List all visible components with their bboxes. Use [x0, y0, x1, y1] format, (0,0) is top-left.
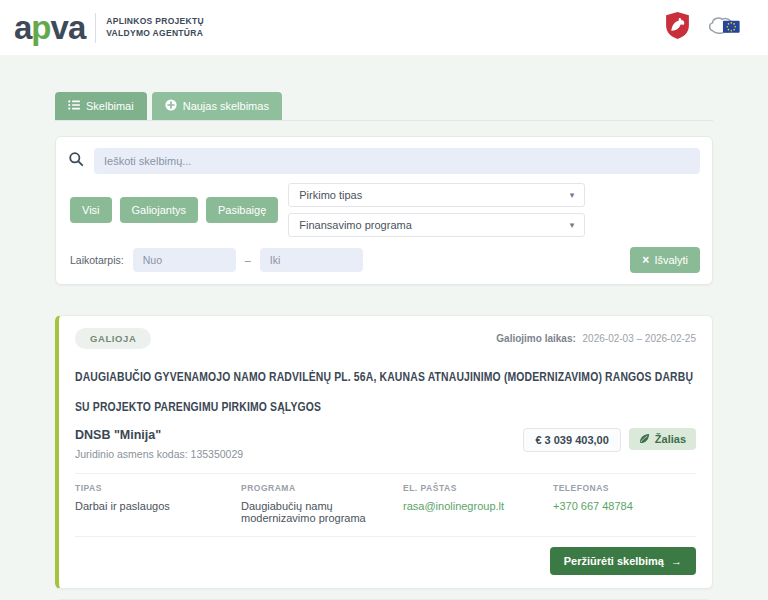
logo-letter: va: [51, 9, 86, 46]
period-label: Laikotarpis:: [70, 254, 124, 266]
date-to-input[interactable]: [260, 248, 363, 272]
field-value: Daugiabučių namų modernizavimo programa: [241, 500, 403, 524]
organization-code-value: 135350029: [191, 448, 244, 460]
app-header: apva APLINKOS PROJEKTŲ VALDYMO AGENTŪRA: [0, 0, 768, 55]
validity-dates: 2026-02-03 – 2026-02-25: [583, 333, 696, 344]
view-announcement-label: Peržiūrėti skelbimą: [564, 555, 664, 567]
list-icon: [68, 100, 80, 112]
validity-label: Galiojimo laikas:: [496, 333, 575, 344]
field-label: PROGRAMA: [241, 483, 403, 493]
organization-code: Juridinio asmens kodas: 135350029: [75, 448, 243, 460]
field-programa: PROGRAMA Daugiabučių namų modernizavimo …: [241, 483, 403, 524]
tagline-line2: VALDYMO AGENTŪRA: [106, 28, 204, 39]
organization-name: DNSB "Minija": [75, 428, 243, 442]
agency-tagline: APLINKOS PROJEKTŲ VALDYMO AGENTŪRA: [106, 16, 204, 38]
field-label: TIPAS: [75, 483, 241, 493]
organization-block: DNSB "Minija" Juridinio asmens kodas: 13…: [75, 428, 243, 460]
field-telefonas: TELEFONAS +370 667 48784: [553, 483, 696, 524]
tab-skelbimai[interactable]: Skelbimai: [55, 92, 147, 120]
leaf-icon: [639, 433, 650, 444]
search-input[interactable]: [94, 148, 700, 174]
clear-filters-label: Išvalyti: [654, 254, 688, 266]
chevron-down-icon: ▾: [570, 220, 575, 230]
eu-funding-icon: [706, 13, 742, 42]
green-badge-label: Žalias: [655, 433, 686, 445]
apva-wordmark: apva: [14, 11, 85, 44]
phone-link[interactable]: +370 667 48784: [553, 500, 696, 512]
filters-panel: Visi Galiojantys Pasibaigę Pirkimo tipas…: [55, 136, 713, 285]
funding-program-label: Finansavimo programa: [299, 219, 412, 231]
close-icon: ×: [642, 254, 649, 266]
logo-divider: [95, 13, 96, 43]
apva-logo[interactable]: apva APLINKOS PROJEKTŲ VALDYMO AGENTŪRA: [14, 11, 204, 44]
filter-active-button[interactable]: Galiojantys: [120, 197, 198, 223]
tab-naujas-skelbimas-label: Naujas skelbimas: [183, 100, 269, 112]
green-badge[interactable]: Žalias: [629, 428, 696, 450]
field-tipas: TIPAS Darbai ir paslaugos: [75, 483, 241, 524]
clear-filters-button[interactable]: × Išvalyti: [630, 247, 700, 273]
view-announcement-button[interactable]: Peržiūrėti skelbimą →: [550, 547, 696, 575]
field-label: TELEFONAS: [553, 483, 696, 493]
email-link[interactable]: rasa@inolinegroup.lt: [403, 500, 553, 512]
tagline-line1: APLINKOS PROJEKTŲ: [106, 16, 204, 27]
purchase-type-select[interactable]: Pirkimo tipas ▾: [288, 183, 585, 207]
lithuania-coat-of-arms-icon: [665, 11, 690, 44]
date-from-input[interactable]: [133, 248, 236, 272]
filter-all-button[interactable]: Visi: [70, 197, 112, 223]
tab-skelbimai-label: Skelbimai: [86, 100, 134, 112]
status-badge: GALIOJA: [75, 328, 151, 349]
plus-circle-icon: [165, 99, 177, 113]
divider: [75, 473, 696, 474]
field-label: EL. PAŠTAS: [403, 483, 553, 493]
tab-naujas-skelbimas[interactable]: Naujas skelbimas: [152, 92, 282, 120]
purchase-type-label: Pirkimo tipas: [299, 189, 362, 201]
organization-code-label: Juridinio asmens kodas:: [75, 448, 188, 460]
search-icon[interactable]: [68, 151, 84, 171]
filter-expired-button[interactable]: Pasibaigę: [206, 197, 278, 223]
field-el-pastas: EL. PAŠTAS rasa@inolinegroup.lt: [403, 483, 553, 524]
date-range-dash: –: [245, 254, 251, 266]
page-content: Skelbimai Naujas skelbimas: [0, 55, 768, 600]
announcement-card: GALIOJA Galiojimo laikas: 2026-02-03 – 2…: [55, 315, 713, 589]
tabs-bar: Skelbimai Naujas skelbimas: [55, 92, 713, 121]
arrow-right-icon: →: [671, 555, 682, 567]
funding-program-select[interactable]: Finansavimo programa ▾: [288, 213, 585, 237]
logo-letter-leaf: p: [31, 9, 50, 46]
announcement-title: DAUGIABUČIO GYVENAMOJO NAMO RADVILĖNŲ PL…: [75, 362, 696, 422]
chevron-down-icon: ▾: [570, 190, 575, 200]
validity-period: Galiojimo laikas: 2026-02-03 – 2026-02-2…: [496, 333, 696, 344]
logo-letter: a: [14, 9, 31, 46]
price-badge: € 3 039 403,00: [523, 428, 620, 452]
field-value: Darbai ir paslaugos: [75, 500, 241, 512]
